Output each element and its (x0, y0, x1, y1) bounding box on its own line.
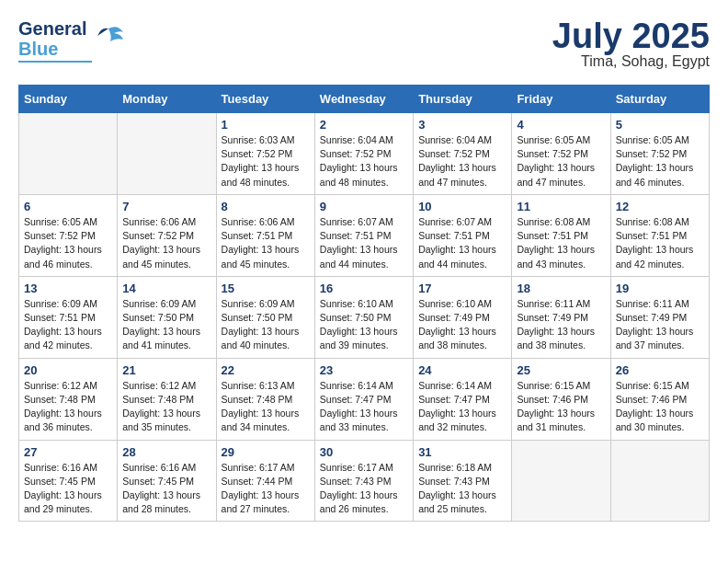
day-number: 24 (418, 363, 506, 377)
day-number: 14 (122, 282, 210, 295)
week-row: 13Sunrise: 6:09 AMSunset: 7:51 PMDayligh… (19, 276, 710, 358)
day-number: 2 (320, 118, 408, 132)
cell-info: Sunrise: 6:11 AMSunset: 7:49 PMDaylight:… (517, 297, 605, 353)
location: Tima, Sohag, Egypt (552, 53, 710, 70)
calendar-cell: 23Sunrise: 6:14 AMSunset: 7:47 PMDayligh… (314, 358, 413, 440)
day-number: 29 (222, 445, 310, 459)
calendar-cell: 15Sunrise: 6:09 AMSunset: 7:50 PMDayligh… (216, 276, 314, 358)
day-of-week-header: Friday (512, 86, 610, 113)
calendar-cell: 17Sunrise: 6:10 AMSunset: 7:49 PMDayligh… (414, 276, 512, 358)
cell-info: Sunrise: 6:05 AMSunset: 7:52 PMDaylight:… (24, 215, 112, 271)
week-row: 6Sunrise: 6:05 AMSunset: 7:52 PMDaylight… (19, 194, 710, 276)
calendar-cell: 29Sunrise: 6:17 AMSunset: 7:44 PMDayligh… (216, 440, 314, 522)
cell-info: Sunrise: 6:09 AMSunset: 7:51 PMDaylight:… (24, 297, 112, 353)
logo: General Blue (18, 18, 127, 63)
day-number: 22 (222, 363, 310, 377)
day-number: 1 (222, 118, 310, 132)
day-number: 16 (320, 282, 408, 295)
calendar-cell: 4Sunrise: 6:05 AMSunset: 7:52 PMDaylight… (512, 113, 610, 195)
day-of-week-header: Wednesday (314, 86, 413, 113)
cell-info: Sunrise: 6:16 AMSunset: 7:45 PMDaylight:… (24, 461, 112, 517)
logo-underline (18, 61, 92, 63)
day-of-week-header: Sunday (19, 86, 118, 113)
cell-info: Sunrise: 6:05 AMSunset: 7:52 PMDaylight:… (616, 133, 704, 190)
day-number: 21 (122, 363, 210, 377)
calendar-cell: 11Sunrise: 6:08 AMSunset: 7:51 PMDayligh… (512, 194, 610, 276)
calendar-cell: 2Sunrise: 6:04 AMSunset: 7:52 PMDaylight… (314, 113, 413, 195)
calendar-cell (118, 113, 216, 195)
calendar-cell (19, 113, 118, 195)
day-number: 26 (616, 363, 704, 377)
calendar-cell: 7Sunrise: 6:06 AMSunset: 7:52 PMDaylight… (118, 194, 216, 276)
logo-bird-icon (92, 19, 127, 58)
cell-info: Sunrise: 6:06 AMSunset: 7:52 PMDaylight:… (122, 215, 210, 271)
day-number: 6 (24, 200, 112, 213)
day-number: 25 (517, 363, 605, 377)
day-number: 19 (616, 282, 704, 295)
cell-info: Sunrise: 6:09 AMSunset: 7:50 PMDaylight:… (122, 297, 210, 353)
page-header: General Blue July 2025 Tima, Sohag, Egyp… (18, 18, 710, 70)
cell-info: Sunrise: 6:12 AMSunset: 7:48 PMDaylight:… (122, 379, 210, 435)
cell-info: Sunrise: 6:14 AMSunset: 7:47 PMDaylight:… (320, 379, 408, 435)
cell-info: Sunrise: 6:07 AMSunset: 7:51 PMDaylight:… (418, 215, 506, 271)
cell-info: Sunrise: 6:04 AMSunset: 7:52 PMDaylight:… (418, 133, 506, 190)
day-number: 23 (320, 363, 408, 377)
cell-info: Sunrise: 6:15 AMSunset: 7:46 PMDaylight:… (616, 379, 704, 435)
calendar-cell: 28Sunrise: 6:16 AMSunset: 7:45 PMDayligh… (118, 440, 216, 522)
calendar-header-row: SundayMondayTuesdayWednesdayThursdayFrid… (19, 86, 710, 113)
day-number: 8 (222, 200, 310, 213)
cell-info: Sunrise: 6:08 AMSunset: 7:51 PMDaylight:… (517, 215, 605, 271)
day-number: 20 (24, 363, 112, 377)
week-row: 27Sunrise: 6:16 AMSunset: 7:45 PMDayligh… (19, 440, 710, 522)
day-number: 18 (517, 282, 605, 295)
cell-info: Sunrise: 6:09 AMSunset: 7:50 PMDaylight:… (222, 297, 310, 353)
calendar-cell: 30Sunrise: 6:17 AMSunset: 7:43 PMDayligh… (314, 440, 413, 522)
cell-info: Sunrise: 6:08 AMSunset: 7:51 PMDaylight:… (616, 215, 704, 271)
calendar-cell (610, 440, 709, 522)
day-of-week-header: Monday (118, 86, 216, 113)
calendar-cell: 18Sunrise: 6:11 AMSunset: 7:49 PMDayligh… (512, 276, 610, 358)
cell-info: Sunrise: 6:14 AMSunset: 7:47 PMDaylight:… (418, 379, 506, 435)
cell-info: Sunrise: 6:06 AMSunset: 7:51 PMDaylight:… (222, 215, 310, 271)
calendar-cell: 3Sunrise: 6:04 AMSunset: 7:52 PMDaylight… (414, 113, 512, 195)
day-number: 30 (320, 445, 408, 459)
calendar-cell: 21Sunrise: 6:12 AMSunset: 7:48 PMDayligh… (118, 358, 216, 440)
cell-info: Sunrise: 6:04 AMSunset: 7:52 PMDaylight:… (320, 133, 408, 190)
calendar-cell: 5Sunrise: 6:05 AMSunset: 7:52 PMDaylight… (610, 113, 709, 195)
day-number: 12 (616, 200, 704, 213)
day-of-week-header: Saturday (610, 86, 709, 113)
cell-info: Sunrise: 6:10 AMSunset: 7:50 PMDaylight:… (320, 297, 408, 353)
calendar-cell: 9Sunrise: 6:07 AMSunset: 7:51 PMDaylight… (314, 194, 413, 276)
day-number: 15 (222, 282, 310, 295)
day-number: 11 (517, 200, 605, 213)
calendar-cell: 8Sunrise: 6:06 AMSunset: 7:51 PMDaylight… (216, 194, 314, 276)
day-number: 28 (122, 445, 210, 459)
day-of-week-header: Tuesday (216, 86, 314, 113)
cell-info: Sunrise: 6:13 AMSunset: 7:48 PMDaylight:… (222, 379, 310, 435)
cell-info: Sunrise: 6:11 AMSunset: 7:49 PMDaylight:… (616, 297, 704, 353)
cell-info: Sunrise: 6:16 AMSunset: 7:45 PMDaylight:… (122, 461, 210, 517)
calendar-cell: 31Sunrise: 6:18 AMSunset: 7:43 PMDayligh… (414, 440, 512, 522)
cell-info: Sunrise: 6:17 AMSunset: 7:43 PMDaylight:… (320, 461, 408, 517)
cell-info: Sunrise: 6:05 AMSunset: 7:52 PMDaylight:… (517, 133, 605, 190)
calendar-cell: 26Sunrise: 6:15 AMSunset: 7:46 PMDayligh… (610, 358, 709, 440)
cell-info: Sunrise: 6:07 AMSunset: 7:51 PMDaylight:… (320, 215, 408, 271)
day-number: 7 (122, 200, 210, 213)
day-number: 27 (24, 445, 112, 459)
calendar-cell: 22Sunrise: 6:13 AMSunset: 7:48 PMDayligh… (216, 358, 314, 440)
calendar-cell: 10Sunrise: 6:07 AMSunset: 7:51 PMDayligh… (414, 194, 512, 276)
day-number: 31 (418, 445, 506, 459)
calendar-cell: 27Sunrise: 6:16 AMSunset: 7:45 PMDayligh… (19, 440, 118, 522)
calendar-cell: 25Sunrise: 6:15 AMSunset: 7:46 PMDayligh… (512, 358, 610, 440)
calendar-cell: 20Sunrise: 6:12 AMSunset: 7:48 PMDayligh… (19, 358, 118, 440)
calendar-cell: 6Sunrise: 6:05 AMSunset: 7:52 PMDaylight… (19, 194, 118, 276)
day-number: 9 (320, 200, 408, 213)
cell-info: Sunrise: 6:18 AMSunset: 7:43 PMDaylight:… (418, 461, 506, 517)
cell-info: Sunrise: 6:03 AMSunset: 7:52 PMDaylight:… (222, 133, 310, 190)
calendar-cell: 14Sunrise: 6:09 AMSunset: 7:50 PMDayligh… (118, 276, 216, 358)
calendar-cell: 12Sunrise: 6:08 AMSunset: 7:51 PMDayligh… (610, 194, 709, 276)
calendar-cell: 16Sunrise: 6:10 AMSunset: 7:50 PMDayligh… (314, 276, 413, 358)
day-number: 13 (24, 282, 112, 295)
calendar-cell: 13Sunrise: 6:09 AMSunset: 7:51 PMDayligh… (19, 276, 118, 358)
calendar-cell (512, 440, 610, 522)
